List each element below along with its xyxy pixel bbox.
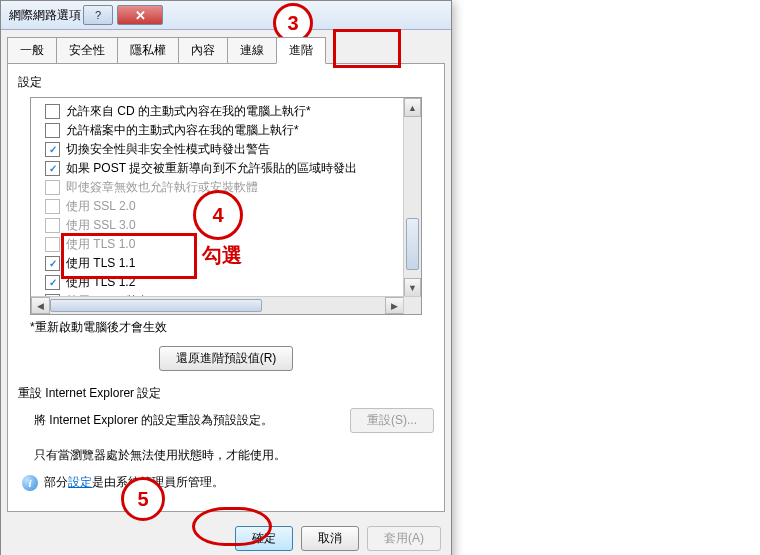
apply-button[interactable]: 套用(A): [367, 526, 441, 551]
checkbox[interactable]: [45, 199, 60, 214]
tab-privacy[interactable]: 隱私權: [117, 37, 179, 64]
list-item: 使用 TLS 1.1: [45, 254, 421, 273]
scroll-thumb-vertical[interactable]: [406, 218, 419, 270]
checkbox[interactable]: [45, 104, 60, 119]
scroll-down-button[interactable]: ▼: [404, 278, 421, 297]
restore-defaults-button[interactable]: 還原進階預設值(R): [159, 346, 294, 371]
checkbox[interactable]: [45, 180, 60, 195]
window-title: 網際網路選項: [9, 7, 81, 24]
dialog-button-row: 確定 取消 套用(A): [1, 518, 451, 555]
restart-note: *重新啟動電腦後才會生效: [30, 319, 434, 336]
scroll-thumb-horizontal[interactable]: [50, 299, 262, 312]
internet-options-dialog: 網際網路選項 ? ✕ 一般 安全性 隱私權 內容 連線 進階 設定 允許來自 C…: [0, 0, 452, 555]
info-prefix: 部分: [44, 475, 68, 489]
horizontal-scrollbar[interactable]: ◀ ▶: [31, 296, 404, 314]
checkbox[interactable]: [45, 123, 60, 138]
item-label: 如果 POST 提交被重新導向到不允許張貼的區域時發出: [66, 160, 357, 177]
titlebar[interactable]: 網際網路選項 ? ✕: [1, 1, 451, 30]
list-item: 即使簽章無效也允許執行或安裝軟體: [45, 178, 421, 197]
item-label: 切換安全性與非安全性模式時發出警告: [66, 141, 270, 158]
settings-label: 設定: [18, 74, 434, 91]
info-settings-link[interactable]: 設定: [68, 475, 92, 489]
item-label: 允許來自 CD 的主動式內容在我的電腦上執行*: [66, 103, 311, 120]
tab-general[interactable]: 一般: [7, 37, 57, 64]
item-label: 即使簽章無效也允許執行或安裝軟體: [66, 179, 258, 196]
list-item: 切換安全性與非安全性模式時發出警告: [45, 140, 421, 159]
item-label: 使用 TLS 1.0: [66, 236, 135, 253]
tab-panel-advanced: 設定 允許來自 CD 的主動式內容在我的電腦上執行* 允許檔案中的主動式內容在我…: [7, 63, 445, 512]
tabs-bar: 一般 安全性 隱私權 內容 連線 進階: [1, 30, 451, 63]
scroll-right-button[interactable]: ▶: [385, 297, 404, 314]
tab-security[interactable]: 安全性: [56, 37, 118, 64]
list-item: 如果 POST 提交被重新導向到不允許張貼的區域時發出: [45, 159, 421, 178]
list-item: 使用 SSL 3.0: [45, 216, 421, 235]
item-label: 允許檔案中的主動式內容在我的電腦上執行*: [66, 122, 299, 139]
settings-listbox[interactable]: 允許來自 CD 的主動式內容在我的電腦上執行* 允許檔案中的主動式內容在我的電腦…: [30, 97, 422, 315]
item-label: 使用 SSL 2.0: [66, 198, 136, 215]
list-item: 允許來自 CD 的主動式內容在我的電腦上執行*: [45, 102, 421, 121]
list-item: 允許檔案中的主動式內容在我的電腦上執行*: [45, 121, 421, 140]
ok-button[interactable]: 確定: [235, 526, 293, 551]
tab-advanced[interactable]: 進階: [276, 37, 326, 64]
checkbox[interactable]: [45, 218, 60, 233]
item-label: 使用 SSL 3.0: [66, 217, 136, 234]
list-item: 使用 SSL 2.0: [45, 197, 421, 216]
scrollbar-corner: [403, 296, 421, 314]
item-label: 使用 TLS 1.1: [66, 255, 135, 272]
checkbox[interactable]: [45, 275, 60, 290]
item-label: 使用 TLS 1.2: [66, 274, 135, 291]
reset-description: 將 Internet Explorer 的設定重設為預設設定。: [34, 412, 350, 429]
checkbox[interactable]: [45, 142, 60, 157]
reset-only-when-note: 只有當瀏覽器處於無法使用狀態時，才能使用。: [34, 447, 434, 464]
info-suffix: 是由系統管理員所管理。: [92, 475, 224, 489]
list-item: 使用 TLS 1.2: [45, 273, 421, 292]
reset-section-title: 重設 Internet Explorer 設定: [18, 385, 434, 402]
info-icon: i: [22, 475, 38, 491]
checkbox[interactable]: [45, 256, 60, 271]
vertical-scrollbar[interactable]: ▲ ▼: [403, 98, 421, 297]
list-item: 使用 TLS 1.0: [45, 235, 421, 254]
admin-info-bar: i 部分設定是由系統管理員所管理。: [22, 474, 434, 491]
scroll-up-button[interactable]: ▲: [404, 98, 421, 117]
checkbox[interactable]: [45, 161, 60, 176]
cancel-button[interactable]: 取消: [301, 526, 359, 551]
close-button[interactable]: ✕: [117, 5, 163, 25]
help-button[interactable]: ?: [83, 5, 113, 25]
tab-content[interactable]: 內容: [178, 37, 228, 64]
scroll-left-button[interactable]: ◀: [31, 297, 50, 314]
tab-connections[interactable]: 連線: [227, 37, 277, 64]
reset-button[interactable]: 重設(S)...: [350, 408, 434, 433]
checkbox[interactable]: [45, 237, 60, 252]
